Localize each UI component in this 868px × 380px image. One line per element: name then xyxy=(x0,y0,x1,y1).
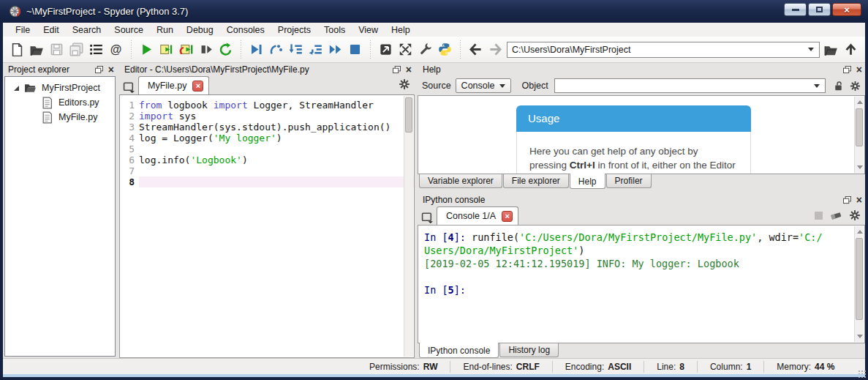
console-scrollbar[interactable] xyxy=(854,226,864,342)
scrollbar-thumb[interactable] xyxy=(856,108,863,146)
status-line: Line:8 xyxy=(644,361,698,373)
line-number: 8 xyxy=(120,176,139,187)
gear-icon[interactable] xyxy=(849,209,861,221)
menu-run[interactable]: Run xyxy=(150,23,180,37)
menu-view[interactable]: View xyxy=(352,23,385,37)
menu-source[interactable]: Source xyxy=(107,23,150,37)
fullscreen-button[interactable] xyxy=(396,40,415,59)
tree-expand-icon[interactable] xyxy=(14,86,19,91)
code-line: 2import sys xyxy=(120,111,414,122)
run-selection-button[interactable] xyxy=(196,40,216,59)
menu-tools[interactable]: Tools xyxy=(317,23,352,37)
gear-icon xyxy=(399,78,410,90)
rerun-button[interactable] xyxy=(216,40,235,59)
close-pane-icon[interactable]: × xyxy=(108,66,114,74)
toolbar-separator xyxy=(129,40,134,59)
scroll-up-icon[interactable] xyxy=(857,100,863,104)
scroll-down-icon[interactable] xyxy=(857,335,863,338)
scrollbar-thumb[interactable] xyxy=(405,97,412,133)
tree-item-project-root[interactable]: MyFirstProject xyxy=(5,81,115,95)
tab-file-explorer[interactable]: File explorer xyxy=(503,174,569,188)
menu-projects[interactable]: Projects xyxy=(271,23,317,37)
browse-tabs-button[interactable] xyxy=(119,78,138,94)
new-file-button[interactable] xyxy=(7,40,27,59)
save-button[interactable] xyxy=(47,40,67,59)
float-pane-icon[interactable] xyxy=(393,66,401,74)
source-combobox[interactable]: Console xyxy=(456,78,512,93)
tree-item-editors-py[interactable]: Editors.py xyxy=(5,95,115,110)
python-path-button[interactable] xyxy=(435,40,455,59)
float-pane-icon[interactable] xyxy=(843,66,851,74)
file-switcher-button[interactable] xyxy=(86,40,106,59)
step-return-button[interactable] xyxy=(306,40,325,59)
menu-file[interactable]: File xyxy=(9,23,37,37)
console-output[interactable]: In [4]: runfile('C:/Users/Dora/MyFirstPr… xyxy=(418,225,865,343)
tree-item-myfile-py[interactable]: MyFile.py xyxy=(5,110,115,124)
close-tab-icon[interactable]: × xyxy=(502,211,513,222)
editor-options-button[interactable] xyxy=(399,78,410,92)
scroll-down-icon[interactable] xyxy=(857,165,863,169)
float-pane-icon[interactable] xyxy=(95,66,103,74)
continue-button[interactable] xyxy=(325,40,345,59)
close-pane-icon[interactable]: × xyxy=(406,66,412,74)
console-tab[interactable]: Console 1/A × xyxy=(437,206,518,225)
scrollbar-thumb[interactable] xyxy=(856,238,863,320)
status-permissions: Permissions:RW xyxy=(357,361,450,373)
close-tab-icon[interactable]: × xyxy=(192,81,203,92)
tab-profiler[interactable]: Profiler xyxy=(606,174,652,188)
debug-cell-button[interactable] xyxy=(266,40,286,59)
menu-help[interactable]: Help xyxy=(385,23,417,37)
back-button[interactable] xyxy=(466,40,486,59)
open-file-button[interactable] xyxy=(27,40,47,59)
close-pane-icon[interactable]: × xyxy=(856,66,862,74)
tab-history-log[interactable]: History log xyxy=(499,343,559,357)
float-pane-icon[interactable] xyxy=(843,196,851,204)
save-all-button[interactable] xyxy=(67,40,86,59)
help-scrollbar[interactable] xyxy=(854,97,864,173)
close-pane-icon[interactable]: × xyxy=(856,196,862,204)
tab-ipython-console[interactable]: IPython console xyxy=(419,343,499,358)
menu-consoles[interactable]: Consoles xyxy=(220,23,271,37)
gear-icon[interactable] xyxy=(850,81,861,92)
eraser-icon[interactable] xyxy=(830,209,842,221)
maximize-button[interactable] xyxy=(808,3,831,16)
status-end-of-lines: End-of-lines:CRLF xyxy=(450,361,552,373)
tab-variable-explorer[interactable]: Variable explorer xyxy=(419,174,502,188)
stop-debug-button[interactable] xyxy=(345,40,365,59)
editor-tabbar: MyFile.py × xyxy=(119,76,415,94)
status-value: RW xyxy=(423,362,438,372)
scroll-up-icon[interactable] xyxy=(857,230,863,234)
browse-workdir-button[interactable] xyxy=(821,40,841,59)
browse-tabs-button[interactable] xyxy=(418,209,437,225)
interrupt-kernel-icon[interactable] xyxy=(815,212,823,220)
run-cell-button[interactable] xyxy=(156,40,176,59)
tab-help[interactable]: Help xyxy=(570,174,605,189)
preferences-wrench-button[interactable] xyxy=(415,40,435,59)
code-editor[interactable]: 1from logbook import Logger, StreamHandl… xyxy=(119,94,415,358)
object-combobox[interactable] xyxy=(554,78,826,93)
menu-debug[interactable]: Debug xyxy=(180,23,220,37)
title-bar: ~\MyFirstProject - Spyder (Python 3.7) × xyxy=(0,0,868,23)
editor-tab-myfile[interactable]: MyFile.py × xyxy=(138,76,209,94)
maximize-pane-button[interactable] xyxy=(376,40,396,59)
minimize-button[interactable] xyxy=(784,3,807,16)
close-button[interactable]: × xyxy=(832,3,861,16)
project-explorer-panel: Project explorer × MyFirstProject Editor… xyxy=(3,63,117,358)
run-cell-advance-button[interactable] xyxy=(176,40,196,59)
help-content: Usage Here you can get help of any objec… xyxy=(418,95,865,174)
debug-file-button[interactable] xyxy=(246,40,266,59)
menu-edit[interactable]: Edit xyxy=(37,23,66,37)
menu-search[interactable]: Search xyxy=(66,23,108,37)
lock-icon[interactable] xyxy=(833,81,844,92)
line-text xyxy=(139,144,414,154)
symbol-finder-button[interactable]: @ xyxy=(106,40,126,59)
main-area: Project explorer × MyFirstProject Editor… xyxy=(3,63,865,358)
chevron-down-icon xyxy=(814,84,820,88)
forward-button[interactable] xyxy=(486,40,505,59)
parent-dir-button[interactable] xyxy=(841,40,861,59)
code-line: 4log = Logger('My logger') xyxy=(120,133,414,144)
run-file-button[interactable] xyxy=(137,40,156,59)
editor-scrollbar[interactable] xyxy=(404,96,413,357)
step-into-button[interactable] xyxy=(286,40,306,59)
workdir-combobox[interactable]: C:\Users\Dora\MyFirstProject xyxy=(507,42,820,58)
